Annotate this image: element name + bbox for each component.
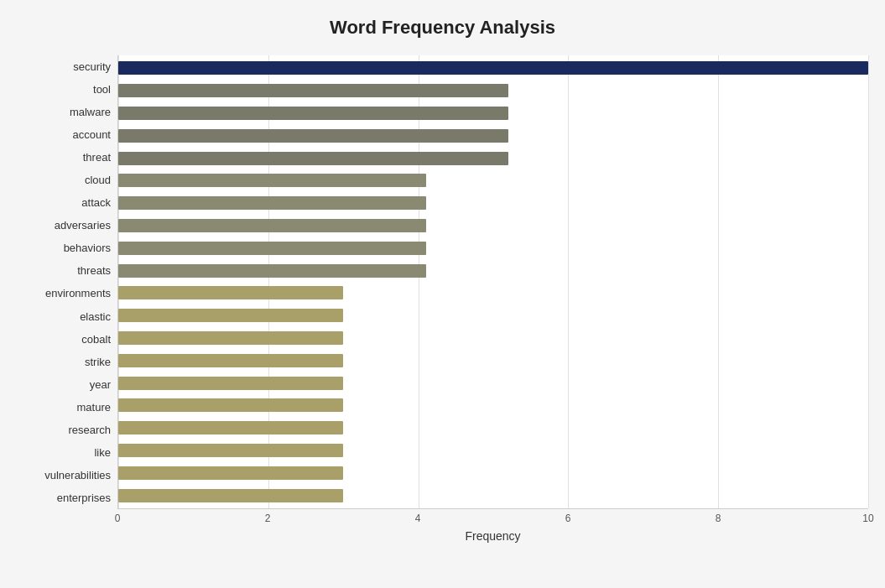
y-label: threat — [17, 147, 117, 169]
bar — [118, 398, 343, 412]
y-label: account — [17, 124, 117, 146]
bar-row — [118, 102, 868, 125]
bar-row — [118, 192, 868, 215]
bar — [118, 444, 343, 457]
plot-area: 0246810 Frequency — [117, 55, 868, 534]
y-label: year — [17, 373, 117, 395]
y-label: tool — [17, 79, 117, 101]
bar — [118, 377, 343, 390]
y-label: mature — [17, 396, 117, 418]
bar-row — [118, 124, 868, 147]
x-tick: 10 — [862, 513, 873, 524]
y-label: vulnerabilities — [17, 464, 117, 486]
bar-row — [118, 440, 868, 462]
chart-area: securitytoolmalwareaccountthreatcloudatt… — [17, 55, 868, 534]
y-axis: securitytoolmalwareaccountthreatcloudatt… — [17, 55, 117, 534]
x-tick: 6 — [565, 513, 571, 524]
x-ticks: 0246810 — [117, 509, 868, 526]
bar — [118, 152, 508, 165]
bar-row — [118, 237, 868, 259]
bars-and-grid — [117, 55, 868, 509]
bar — [118, 174, 426, 187]
bar — [118, 84, 508, 97]
bar — [118, 286, 343, 299]
y-label: cobalt — [17, 328, 117, 350]
y-label: malware — [17, 101, 117, 123]
bar — [118, 196, 426, 210]
y-label: elastic — [17, 305, 117, 327]
y-label: enterprises — [17, 487, 117, 508]
y-label: research — [17, 419, 117, 440]
bar — [118, 489, 343, 502]
bar-row — [118, 147, 868, 169]
bar — [118, 242, 426, 255]
bar-row — [118, 57, 868, 80]
y-label: security — [17, 56, 117, 78]
bar-row — [118, 282, 868, 304]
y-label: strike — [17, 351, 117, 372]
bar-row — [118, 259, 868, 282]
x-axis: 0246810 Frequency — [117, 509, 868, 534]
bar — [118, 129, 508, 143]
bar — [118, 354, 343, 367]
chart-title: Word Frequency Analysis — [17, 8, 868, 55]
bar-row — [118, 304, 868, 327]
bar — [118, 264, 426, 278]
bar — [118, 421, 343, 434]
bar — [118, 219, 426, 232]
x-tick: 8 — [716, 513, 721, 524]
bar — [118, 466, 343, 480]
x-axis-label: Frequency — [117, 529, 868, 543]
y-label: cloud — [17, 169, 117, 191]
y-label: environments — [17, 283, 117, 304]
y-label: behaviors — [17, 237, 117, 259]
bar-row — [118, 327, 868, 350]
x-tick: 0 — [115, 513, 121, 524]
x-tick: 2 — [265, 513, 271, 524]
y-label: attack — [17, 192, 117, 214]
bars-container — [118, 55, 868, 508]
bar-row — [118, 80, 868, 102]
bar-row — [118, 372, 868, 394]
x-tick: 4 — [415, 513, 421, 524]
bar — [118, 61, 868, 75]
y-label: adversaries — [17, 215, 117, 237]
y-label: threats — [17, 260, 117, 282]
chart-container: Word Frequency Analysis securitytoolmalw… — [0, 0, 885, 588]
bar-row — [118, 394, 868, 417]
y-label: like — [17, 441, 117, 463]
bar-row — [118, 215, 868, 237]
bar-row — [118, 484, 868, 507]
bar-row — [118, 349, 868, 372]
bar — [118, 309, 343, 322]
bar-row — [118, 461, 868, 484]
bar-row — [118, 169, 868, 192]
bar — [118, 107, 508, 120]
grid-line — [868, 55, 869, 508]
bar — [118, 331, 343, 345]
bar-row — [118, 417, 868, 440]
